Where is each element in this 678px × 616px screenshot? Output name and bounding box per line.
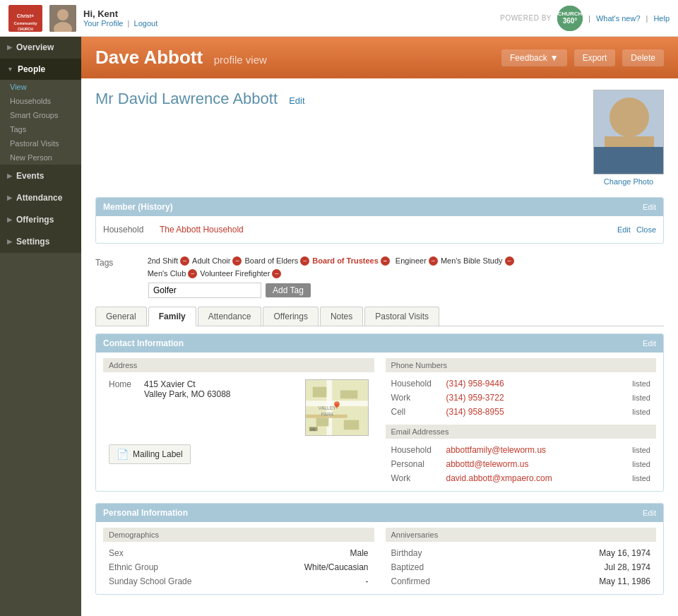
sidebar-item-events[interactable]: ▶ Events [0,165,81,186]
household-close-link[interactable]: Close [636,225,656,234]
address-col: Address Home 415 Xavier Ct Valley Park, … [103,358,374,485]
sidebar-sub-households[interactable]: Households [0,94,81,108]
city-state-zip: Valley Park, MO 63088 [144,389,231,399]
greeting-section: Hi, Kent Your Profile | Logout [83,8,500,28]
chevron-right-icon: ▶ [7,44,12,51]
sex-label: Sex [109,548,350,558]
phone-number-cell[interactable]: (314) 958-8955 [446,407,627,417]
your-profile-link[interactable]: Your Profile [83,19,123,28]
content-area: Dave Abbott profile view Feedback ▼ Expo… [81,37,678,616]
settings-label: Settings [16,237,49,247]
avatar [49,5,76,32]
events-label: Events [16,171,44,181]
personal-section: Personal Information Edit Demographics S… [95,503,664,595]
help-link[interactable]: Help [653,14,670,23]
phone-number-work[interactable]: (314) 959-3722 [446,393,627,403]
email-status-personal: listed [632,460,650,468]
pdf-icon: 📄 [117,449,129,460]
sidebar-sub-view[interactable]: View [0,80,81,94]
person-full-name: Mr David Lawrence Abbott Edit [95,90,305,107]
tag-remove-board-trustees[interactable]: – [381,256,390,266]
change-photo-link[interactable]: Change Photo [593,177,664,186]
svg-rect-13 [594,147,664,174]
whats-new-link[interactable]: What's new? [596,14,641,23]
profile-subtitle: profile view [214,54,267,66]
sidebar-item-offerings[interactable]: ▶ Offerings [0,209,81,230]
sidebar-sub-smart-groups[interactable]: Smart Groups [0,108,81,122]
household-edit-link[interactable]: Edit [617,225,631,234]
add-tag-button[interactable]: Add Tag [266,283,311,297]
chevron-right-icon-offerings: ▶ [7,216,12,223]
tags-section: Tags 2nd Shift – Adult Choir – Board of … [95,255,664,298]
attendance-section: ▶ Attendance [0,187,81,209]
profile-header: Dave Abbott profile view Feedback ▼ Expo… [81,37,678,78]
tab-family[interactable]: Family [148,307,196,326]
delete-button[interactable]: Delete [622,49,664,66]
sidebar-sub-pastoral-visits[interactable]: Pastoral Visits [0,136,81,150]
email-label-household: Household [391,445,441,455]
tab-pastoral-visits[interactable]: Pastoral Visits [364,307,439,326]
phone-status-household: listed [632,379,650,388]
email-address-work[interactable]: david.abbott@xmpaero.com [446,473,627,483]
tab-general[interactable]: General [95,307,147,326]
sidebar-sub-new-person[interactable]: New Person [0,150,81,165]
phone-email-col: Phone Numbers Household (314) 958-9446 l… [386,358,657,485]
sidebar-item-overview[interactable]: ▶ Overview [0,37,81,58]
school-grade-row: Sunday School Grade - [103,574,374,588]
offerings-section: ▶ Offerings [0,209,81,231]
chevron-down-icon-feedback: ▼ [550,53,559,63]
confirmed-label: Confirmed [391,576,600,586]
contact-edit-link[interactable]: Edit [643,339,656,348]
tag-remove-mens-club[interactable]: – [188,269,197,278]
mailing-label-button[interactable]: 📄 Mailing Label [109,444,191,464]
person-name-section: Mr David Lawrence Abbott Edit [95,90,305,108]
tag-engineer: Engineer – [396,256,438,266]
member-edit-link[interactable]: Edit [643,203,656,211]
school-grade-value: - [366,576,369,586]
anniversaries-col: Anniversaries Birthday May 16, 1974 Bapt… [386,528,657,588]
tab-attendance[interactable]: Attendance [198,307,262,326]
tag-remove-adult-choir[interactable]: – [232,256,242,266]
member-section: Member (History) Edit Household The Abbo… [95,197,664,244]
tag-name-board-trustees: Board of Trustees [312,256,379,265]
tags-container: 2nd Shift – Adult Choir – Board of Elder… [148,256,557,278]
mailing-label-text: Mailing Label [133,449,183,459]
ethnic-value: White/Caucasian [304,562,369,572]
svg-text:141: 141 [309,428,315,432]
sidebar-item-people[interactable]: ▼ People [0,59,81,80]
chevron-right-icon-settings: ▶ [7,238,12,245]
phone-section-title: Phone Numbers [386,358,657,372]
map-thumbnail[interactable]: VALLEY PARK 141 [305,379,369,436]
tag-name-adult-choir: Adult Choir [192,256,230,265]
logout-link[interactable]: Logout [134,19,158,28]
sidebar-sub-tags[interactable]: Tags [0,122,81,136]
tag-remove-volunteer-firefighter[interactable]: – [272,269,281,278]
tag-remove-mens-bible-study[interactable]: – [505,256,514,266]
personal-section-body: Demographics Sex Male Ethnic Group White… [96,522,663,594]
birthday-label: Birthday [391,548,600,558]
personal-edit-link[interactable]: Edit [643,509,656,517]
email-address-household[interactable]: abbottfamily@teleworm.us [446,445,627,455]
phone-number-household[interactable]: (314) 958-9446 [446,379,627,389]
photo-section: Change Photo [593,90,664,186]
name-edit-link[interactable]: Edit [289,95,304,106]
email-address-personal[interactable]: abbottd@teleworm.us [446,459,627,469]
tag-remove-board-elders[interactable]: – [300,256,309,266]
sidebar-item-attendance[interactable]: ▶ Attendance [0,187,81,208]
tag-input[interactable] [148,283,261,298]
profile-links: Your Profile | Logout [83,19,500,28]
household-name[interactable]: The Abbott Household [160,225,244,235]
personal-section-header: Personal Information Edit [96,504,663,522]
tab-offerings[interactable]: Offerings [263,307,318,326]
email-status-work: listed [632,474,650,482]
feedback-button[interactable]: Feedback ▼ [501,49,567,66]
export-button[interactable]: Export [574,49,616,66]
profile-name: Dave Abbott [95,47,203,68]
tag-remove-engineer[interactable]: – [429,256,438,266]
confirmed-value: May 11, 1986 [599,576,650,586]
tags-label: Tags [95,258,145,268]
tab-notes[interactable]: Notes [320,307,363,326]
tag-remove-2nd-shift[interactable]: – [180,256,189,266]
sidebar-item-settings[interactable]: ▶ Settings [0,231,81,252]
member-section-title: Member (History) [103,202,173,212]
